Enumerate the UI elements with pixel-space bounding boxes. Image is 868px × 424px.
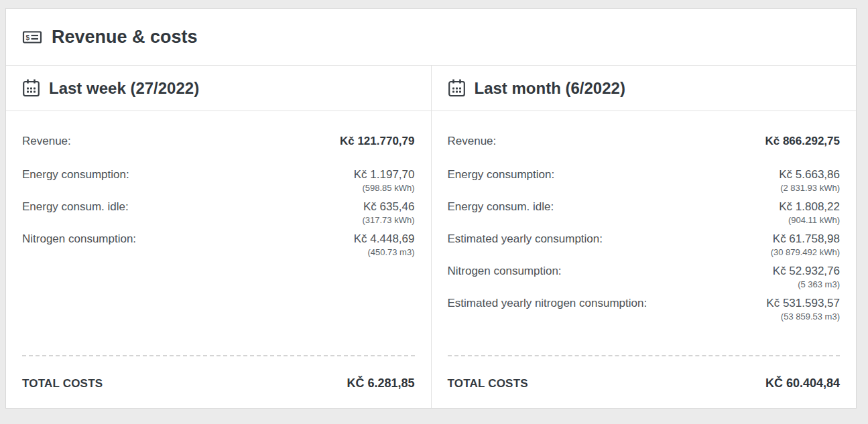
stat-subvalue: (598.85 kWh) [354, 182, 415, 194]
column-title: Last week (27/2022) [49, 79, 199, 98]
total-costs-label: TOTAL COSTS [22, 377, 103, 391]
stat-label: Energy consum. idle: [448, 200, 562, 214]
stat-row: Nitrogen consumption: Kč 4.448,69 (450.7… [22, 232, 415, 258]
stat-subvalue: (30 879.492 kWh) [771, 246, 840, 258]
column-title: Last month (6/2022) [475, 79, 625, 98]
stat-subvalue: (450.73 m3) [354, 246, 415, 258]
total-costs-value: KČ 60.404,84 [765, 376, 840, 391]
stat-label: Estimated yearly nitrogen consumption: [448, 296, 656, 311]
stat-row: Energy consum. idle: Kč 1.808,22 (904.11… [448, 200, 841, 226]
stat-value: Kč 61.758,98 [771, 232, 840, 246]
column-last-week: Last week (27/2022) Revenue: Kč 121.770,… [6, 66, 431, 408]
stat-subvalue: (904.11 kWh) [779, 214, 840, 226]
total-costs-value: KČ 6.281,85 [347, 376, 414, 391]
stat-label: Revenue: [448, 134, 505, 149]
total-row: TOTAL COSTS KČ 6.281,85 [22, 356, 415, 391]
revenue-costs-card: $ Revenue & costs [5, 8, 857, 409]
stat-row: Revenue: Kč 121.770,79 [22, 134, 415, 149]
stat-label: Energy consumption: [448, 167, 563, 182]
stat-row: Revenue: Kč 866.292,75 [448, 134, 841, 149]
stat-label: Estimated yearly consumption: [448, 232, 611, 246]
stat-value: Kč 635,46 [362, 200, 414, 214]
stat-value-wrap: Kč 635,46 (317.73 kWh) [362, 200, 414, 226]
calendar-icon [448, 78, 466, 98]
column-last-month: Last month (6/2022) Revenue: Kč 866.292,… [431, 66, 857, 408]
stat-value-wrap: Kč 61.758,98 (30 879.492 kWh) [771, 232, 840, 258]
stat-row: Estimated yearly nitrogen consumption: K… [448, 296, 841, 322]
stat-row: Estimated yearly consumption: Kč 61.758,… [448, 232, 841, 258]
stat-value-wrap: Kč 531.593,57 (53 859.53 m3) [766, 296, 840, 322]
column-last-week-body: Revenue: Kč 121.770,79 Energy consumptio… [6, 111, 431, 408]
stat-value: Kč 4.448,69 [354, 232, 415, 246]
stat-value-wrap: Kč 1.197,70 (598.85 kWh) [354, 167, 415, 194]
stat-value-wrap: Kč 5.663,86 (2 831.93 kWh) [779, 167, 840, 194]
stat-subvalue: (53 859.53 m3) [766, 311, 840, 322]
column-last-week-header: Last week (27/2022) [6, 66, 431, 111]
stat-row: Energy consumption: Kč 5.663,86 (2 831.9… [448, 167, 841, 194]
stat-value: Kč 5.663,86 [779, 167, 840, 182]
stat-value: Kč 1.197,70 [354, 167, 415, 182]
stat-value: Kč 531.593,57 [766, 296, 840, 311]
svg-text:$: $ [26, 33, 30, 41]
stat-label: Nitrogen consumption: [22, 232, 144, 246]
stat-label: Energy consum. idle: [22, 200, 137, 214]
total-section: TOTAL COSTS KČ 6.281,85 [22, 355, 415, 391]
total-section: TOTAL COSTS KČ 60.404,84 [448, 355, 841, 391]
stat-value-wrap: Kč 52.932,76 (5 363 m3) [773, 264, 840, 290]
stat-row: Energy consumption: Kč 1.197,70 (598.85 … [22, 167, 415, 194]
stat-value: Kč 1.808,22 [779, 200, 840, 214]
column-last-month-header: Last month (6/2022) [432, 66, 857, 111]
total-costs-label: TOTAL COSTS [448, 377, 528, 391]
stat-value: Kč 52.932,76 [773, 264, 840, 279]
stat-value-wrap: Kč 4.448,69 (450.73 m3) [354, 232, 415, 258]
stat-row: Energy consum. idle: Kč 635,46 (317.73 k… [22, 200, 415, 226]
columns-container: Last week (27/2022) Revenue: Kč 121.770,… [6, 66, 856, 408]
total-row: TOTAL COSTS KČ 60.404,84 [448, 356, 841, 391]
stat-value-wrap: Kč 866.292,75 [765, 134, 840, 149]
stat-label: Revenue: [22, 134, 79, 149]
calendar-icon [22, 78, 40, 98]
stat-subvalue: (317.73 kWh) [362, 214, 414, 226]
stat-label: Energy consumption: [22, 167, 137, 182]
stat-subvalue: (5 363 m3) [773, 279, 840, 290]
stat-value-wrap: Kč 1.808,22 (904.11 kWh) [779, 200, 840, 226]
card-title: Revenue & costs [52, 27, 198, 48]
stat-value-wrap: Kč 121.770,79 [340, 134, 415, 149]
stat-value: Kč 866.292,75 [765, 134, 840, 149]
stat-label: Nitrogen consumption: [448, 264, 570, 279]
money-check-icon: $ [22, 29, 42, 45]
card-header: $ Revenue & costs [6, 9, 856, 66]
stat-row: Nitrogen consumption: Kč 52.932,76 (5 36… [448, 264, 841, 290]
column-last-month-body: Revenue: Kč 866.292,75 Energy consumptio… [432, 111, 857, 408]
stat-subvalue: (2 831.93 kWh) [779, 182, 840, 194]
stat-value: Kč 121.770,79 [340, 134, 415, 149]
